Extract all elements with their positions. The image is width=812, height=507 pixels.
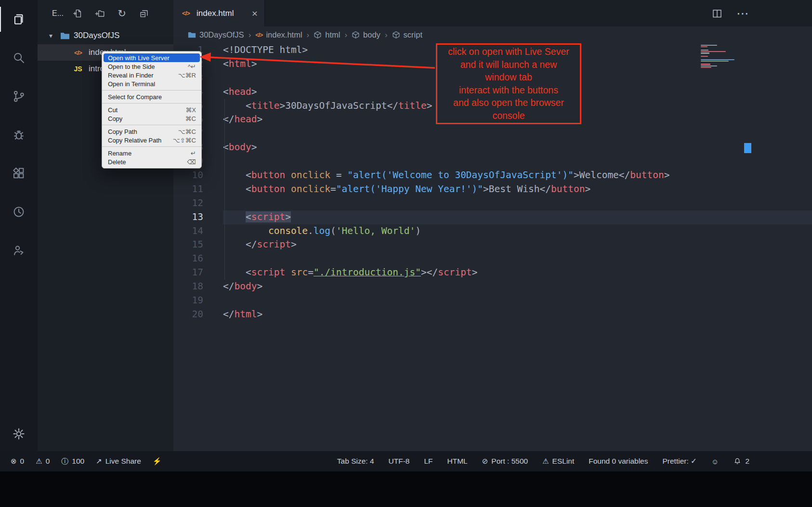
code-line-14[interactable]: 14 console.log('Hello, World') [173, 224, 812, 238]
breadcrumb-item-30daysofjs[interactable]: 30DaysOfJS [188, 30, 244, 39]
menu-item-shortcut: ⌥⌘R [178, 72, 196, 79]
extensions-icon[interactable] [0, 154, 38, 193]
new-folder-icon[interactable] [93, 7, 106, 20]
code-line-16[interactable]: 16 [173, 252, 812, 266]
menu-separator [102, 103, 201, 104]
history-icon[interactable] [0, 193, 38, 231]
code-line-12[interactable]: 12 [173, 196, 812, 210]
code-line-10[interactable]: 10 <button onclick = "alert('Welcome to … [173, 169, 812, 182]
status-eslint[interactable]: ⚠ESLint [542, 457, 574, 466]
code-line-17[interactable]: 17 <script src="./introduction.js"></scr… [173, 266, 812, 280]
status-errors[interactable]: ⊗0 [11, 457, 24, 466]
menu-item-open-in-terminal[interactable]: Open in Terminal [104, 79, 200, 88]
search-icon[interactable] [0, 39, 38, 77]
new-file-icon[interactable] [71, 7, 84, 20]
menu-item-shortcut: ^↵ [188, 63, 196, 70]
status-label: Found 0 variables [589, 457, 648, 466]
code-line-20[interactable]: 20</html> [173, 308, 812, 322]
chevron-down-icon[interactable]: ▾ [49, 32, 56, 39]
split-editor-icon[interactable] [711, 8, 723, 19]
status-prettier[interactable]: Prettier: ✓ [662, 457, 697, 466]
port-slash-icon: ⊘ [482, 457, 488, 466]
status-encoding[interactable]: UTF-8 [389, 457, 410, 466]
menu-item-rename[interactable]: Rename↵ [104, 149, 200, 157]
run-debug-icon[interactable] [0, 116, 38, 154]
code-text: </body> [223, 280, 812, 294]
menu-item-shortcut: ⌫ [187, 158, 196, 166]
status-bar-right: Tab Size: 4UTF-8LFHTML⊘Port : 5500⚠ESLin… [337, 457, 749, 466]
breadcrumb-item-html[interactable]: html [314, 30, 340, 39]
code-line-7[interactable]: 7 [173, 127, 812, 141]
menu-item-label: Copy Relative Path [108, 137, 161, 144]
warning-triangle-icon: ⚠ [542, 457, 549, 466]
symbol-cube-icon [392, 31, 400, 39]
status-label: UTF-8 [389, 457, 410, 466]
source-control-icon[interactable] [0, 77, 38, 116]
code-line-13[interactable]: 13 <script> [173, 210, 812, 224]
status-bar: ⊗0⚠0ⓘ100↗Live Share⚡ Tab Size: 4UTF-8LFH… [0, 451, 812, 471]
menu-item-copy-path[interactable]: Copy Path⌥⌘C [104, 127, 200, 136]
code-text: </script> [223, 238, 812, 252]
status-notifications-bell[interactable]: 2 [733, 457, 749, 466]
refresh-icon[interactable]: ↻ [116, 7, 128, 20]
breadcrumb-separator: › [385, 30, 388, 40]
status-warnings[interactable]: ⚠0 [36, 457, 50, 466]
status-feedback-smiley[interactable]: ☺ [711, 457, 719, 466]
code-text: <button onclick="alert('Happy New Year!'… [223, 182, 812, 196]
menu-item-label: Reveal in Finder [108, 72, 154, 79]
code-text: <body> [223, 141, 812, 155]
breadcrumb-item-script[interactable]: script [392, 30, 422, 39]
menu-item-copy-relative-path[interactable]: Copy Relative Path⌥⇧⌘C [104, 136, 200, 144]
menu-item-open-to-the-side[interactable]: Open to the Side^↵ [104, 62, 200, 71]
breadcrumb-item-body[interactable]: body [352, 30, 380, 39]
live-share-icon: ↗ [96, 457, 102, 466]
menu-item-cut[interactable]: Cut⌘X [104, 105, 200, 114]
menu-item-select-for-compare[interactable]: Select for Compare [104, 92, 200, 101]
collapse-all-icon[interactable] [138, 7, 150, 20]
menu-item-label: Rename [108, 150, 131, 157]
tab-index-html[interactable]: </> index.html × [173, 0, 265, 26]
menu-item-open-with-live-server[interactable]: Open with Live Server [104, 53, 200, 62]
lightning-icon: ⚡ [153, 457, 162, 466]
symbol-cube-icon [352, 31, 360, 39]
status-language-mode[interactable]: HTML [447, 457, 468, 466]
code-line-19[interactable]: 19 [173, 294, 812, 308]
menu-separator [102, 90, 201, 91]
close-icon[interactable]: × [252, 8, 258, 18]
code-line-11[interactable]: 11 <button onclick="alert('Happy New Yea… [173, 182, 812, 196]
menu-item-label: Open to the Side [108, 63, 155, 70]
status-label: Port : 5500 [491, 457, 528, 466]
code-line-9[interactable]: 9 [173, 155, 812, 169]
code-text [223, 252, 812, 266]
menu-item-reveal-in-finder[interactable]: Reveal in Finder⌥⌘R [104, 71, 200, 79]
status-end-of-line[interactable]: LF [424, 457, 432, 466]
explorer-header: E... ↻ [38, 0, 173, 26]
status-label: Prettier: ✓ [662, 457, 697, 466]
code-line-8[interactable]: 8<body> [173, 141, 812, 155]
status-tab-size[interactable]: Tab Size: 4 [337, 457, 374, 466]
folder-icon [60, 32, 70, 40]
code-text [223, 155, 812, 169]
line-number: 13 [173, 210, 211, 224]
explorer-icon[interactable] [0, 0, 38, 39]
code-line-15[interactable]: 15 </script> [173, 238, 812, 252]
menu-separator [102, 125, 201, 125]
breadcrumb-item-index-html[interactable]: </>index.html [255, 30, 302, 39]
breadcrumb-separator: › [344, 30, 347, 40]
status-found-variables[interactable]: Found 0 variables [589, 457, 648, 466]
minimap[interactable] [701, 45, 747, 70]
status-live-server-port[interactable]: ⊘Port : 5500 [482, 457, 528, 466]
live-share-icon[interactable] [0, 231, 38, 270]
status-live-server-lightning[interactable]: ⚡ [153, 457, 162, 466]
menu-item-copy[interactable]: Copy⌘C [104, 114, 200, 123]
breadcrumb-label: 30DaysOfJS [199, 30, 244, 39]
code-line-18[interactable]: 18</body> [173, 280, 812, 294]
line-number: 15 [173, 238, 211, 252]
settings-gear-icon[interactable] [0, 415, 38, 453]
status-live-share[interactable]: ↗Live Share [96, 457, 141, 466]
sidebar-folder-30daysofjs[interactable]: ▾ 30DaysOfJS [38, 28, 173, 43]
status-info-count[interactable]: ⓘ100 [61, 457, 84, 466]
explorer-title: E... [52, 9, 64, 18]
breadcrumb-label: script [404, 30, 422, 39]
menu-item-delete[interactable]: Delete⌫ [104, 157, 200, 166]
